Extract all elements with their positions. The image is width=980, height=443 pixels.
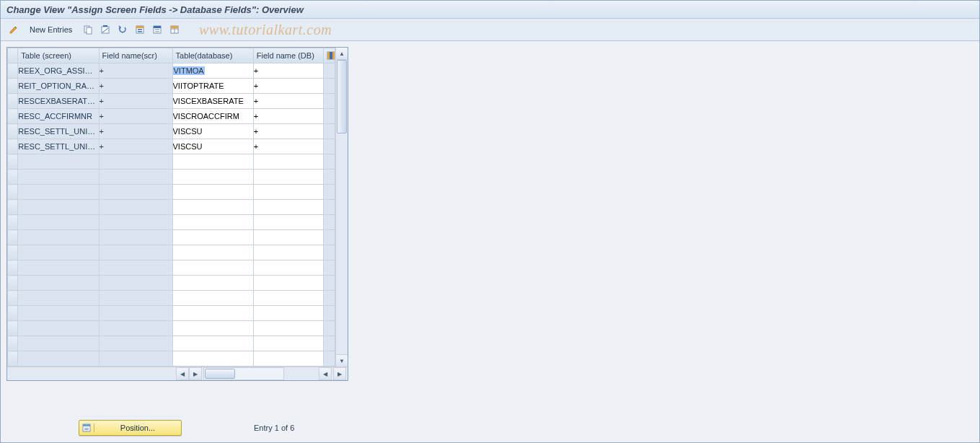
cell-input[interactable]	[254, 110, 323, 123]
cell-input[interactable]	[254, 95, 323, 108]
cell-input[interactable]	[173, 216, 253, 229]
cell-editable[interactable]	[172, 276, 253, 291]
undo-button[interactable]	[115, 22, 130, 37]
cell-editable[interactable]	[253, 351, 323, 367]
cell-editable[interactable]	[253, 230, 323, 245]
scroll-up-button[interactable]: ▲	[336, 48, 348, 60]
row-selector[interactable]	[8, 79, 18, 94]
row-selector[interactable]	[8, 245, 18, 260]
cell-editable[interactable]	[172, 336, 253, 351]
row-selector[interactable]	[8, 276, 18, 291]
cell-editable[interactable]	[253, 306, 323, 321]
cell-editable[interactable]	[253, 215, 323, 230]
vscroll-track[interactable]	[336, 60, 348, 354]
cell-input[interactable]	[254, 140, 323, 153]
cell-input[interactable]	[254, 185, 323, 198]
hscroll-track[interactable]	[203, 367, 284, 380]
cell-editable[interactable]	[172, 154, 253, 170]
cell-editable[interactable]	[253, 139, 323, 154]
cell-editable[interactable]	[172, 200, 253, 215]
cell-input[interactable]	[173, 125, 253, 138]
cell-input[interactable]	[254, 155, 323, 168]
cell-input[interactable]	[173, 322, 253, 335]
cell-input[interactable]	[173, 337, 253, 350]
cell-editable[interactable]	[253, 63, 323, 79]
cell-input[interactable]	[254, 261, 323, 274]
cell-editable[interactable]	[253, 170, 323, 185]
position-button[interactable]: Position...	[79, 420, 182, 436]
row-selector[interactable]	[8, 351, 18, 367]
row-selector[interactable]	[8, 200, 18, 215]
configure-columns-button[interactable]	[323, 48, 335, 63]
row-selector[interactable]	[8, 185, 18, 200]
cell-editable[interactable]	[253, 260, 323, 276]
row-selector[interactable]	[8, 94, 18, 109]
col-table-screen[interactable]: Table (screen)	[18, 48, 99, 63]
row-selector[interactable]	[8, 154, 18, 170]
row-selector[interactable]	[8, 306, 18, 321]
cell-input[interactable]	[254, 170, 323, 183]
cell-editable[interactable]	[253, 109, 323, 124]
row-selector[interactable]	[8, 321, 18, 336]
cell-editable[interactable]	[172, 245, 253, 260]
row-selector[interactable]	[8, 336, 18, 351]
cell-input[interactable]	[254, 64, 323, 77]
cell-input[interactable]	[254, 291, 323, 304]
toggle-edit-button[interactable]	[6, 22, 21, 37]
col-field-name-scr[interactable]: Field name(scr)	[99, 48, 172, 63]
cell-editable[interactable]	[253, 79, 323, 94]
cell-editable[interactable]	[253, 154, 323, 170]
new-entries-button[interactable]: New Entries	[24, 22, 78, 37]
cell-input[interactable]	[254, 322, 323, 335]
cell-input[interactable]	[254, 231, 323, 244]
vertical-scrollbar[interactable]: ▲ ▼	[335, 48, 348, 367]
cell-input[interactable]	[254, 246, 323, 259]
deselect-all-button[interactable]	[150, 22, 164, 37]
copy-button[interactable]	[81, 22, 95, 37]
row-selector[interactable]	[8, 124, 18, 139]
cell-input[interactable]	[173, 155, 253, 168]
cell-editable[interactable]	[253, 245, 323, 260]
cell-editable[interactable]	[172, 185, 253, 200]
row-selector[interactable]	[8, 260, 18, 276]
delete-button[interactable]	[98, 22, 112, 37]
cell-editable[interactable]	[172, 230, 253, 245]
cell-editable[interactable]	[172, 321, 253, 336]
cell-input[interactable]	[173, 95, 253, 108]
cell-input[interactable]	[254, 125, 323, 138]
cell-editable[interactable]	[172, 215, 253, 230]
cell-input[interactable]	[254, 216, 323, 229]
cell-input[interactable]	[173, 79, 253, 92]
cell-input[interactable]	[254, 201, 323, 214]
cell-input[interactable]	[254, 276, 323, 289]
scroll-down-button[interactable]: ▼	[336, 354, 348, 367]
cell-editable[interactable]	[253, 185, 323, 200]
row-selector[interactable]	[8, 170, 18, 185]
cell-input[interactable]	[173, 352, 253, 365]
cell-input[interactable]	[173, 231, 253, 244]
scroll-right-end-button[interactable]: ▶	[333, 367, 346, 380]
cell-input[interactable]	[254, 352, 323, 365]
col-field-name-db[interactable]: Field name (DB)	[253, 48, 323, 63]
cell-editable[interactable]	[172, 260, 253, 276]
row-selector[interactable]	[8, 63, 18, 79]
row-selector[interactable]	[8, 139, 18, 154]
hscroll-thumb[interactable]	[205, 369, 235, 379]
cell-editable[interactable]	[172, 351, 253, 367]
col-table-database[interactable]: Table(database)	[172, 48, 253, 63]
cell-input[interactable]	[173, 110, 253, 123]
cell-editable[interactable]	[172, 139, 253, 154]
select-all-button[interactable]	[133, 22, 147, 37]
cell-input[interactable]	[173, 276, 253, 289]
cell-editable[interactable]	[253, 291, 323, 306]
cell-editable[interactable]	[172, 170, 253, 185]
row-selector[interactable]	[8, 291, 18, 306]
cell-editable[interactable]	[172, 94, 253, 109]
cell-editable[interactable]: VITMOA	[172, 63, 253, 79]
cell-input[interactable]	[254, 79, 323, 92]
cell-editable[interactable]	[253, 336, 323, 351]
cell-editable[interactable]	[172, 79, 253, 94]
scroll-left-button[interactable]: ◀	[176, 367, 189, 380]
cell-editable[interactable]	[253, 321, 323, 336]
cell-input[interactable]	[173, 140, 253, 153]
